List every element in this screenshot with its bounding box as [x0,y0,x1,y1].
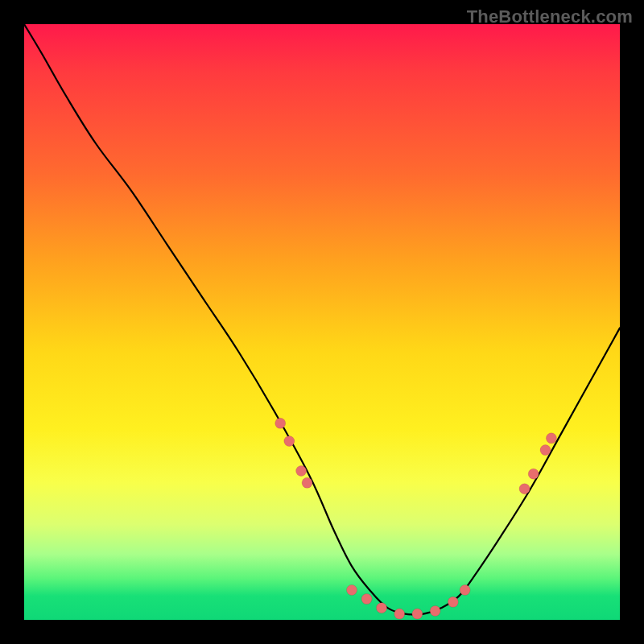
data-marker [377,603,387,613]
watermark-text: TheBottleneck.com [467,6,633,27]
marker-group [275,418,557,619]
data-marker [430,605,440,616]
chart-svg [24,24,620,620]
data-marker [528,469,539,479]
data-marker [546,433,556,444]
data-marker [519,484,530,494]
data-marker [275,418,286,428]
bottleneck-curve [24,24,620,615]
data-marker [540,445,551,456]
plot-area [24,24,620,620]
data-marker [448,597,458,607]
data-marker [361,594,372,605]
data-marker [412,609,423,619]
data-marker [394,609,405,619]
data-marker [460,585,470,596]
chart-frame: TheBottleneck.com [0,0,644,644]
data-marker [284,436,295,447]
data-marker [296,466,307,477]
data-marker [302,477,312,488]
data-marker [347,585,357,596]
